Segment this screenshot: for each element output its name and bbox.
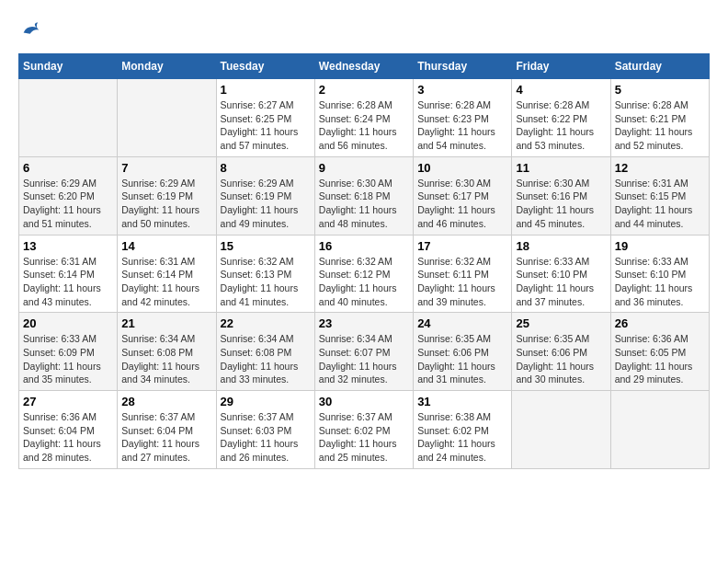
calendar-cell: 23 Sunrise: 6:34 AMSunset: 6:07 PMDaylig… bbox=[314, 313, 413, 391]
cell-info: Sunrise: 6:34 AMSunset: 6:08 PMDaylight:… bbox=[221, 333, 299, 385]
calendar-cell: 15 Sunrise: 6:32 AMSunset: 6:13 PMDaylig… bbox=[216, 235, 314, 313]
day-number: 19 bbox=[615, 239, 705, 253]
day-number: 29 bbox=[221, 395, 311, 408]
calendar-cell: 2 Sunrise: 6:28 AMSunset: 6:24 PMDayligh… bbox=[314, 79, 413, 157]
calendar-cell: 19 Sunrise: 6:33 AMSunset: 6:10 PMDaylig… bbox=[610, 235, 709, 313]
day-number: 18 bbox=[516, 239, 606, 253]
day-number: 5 bbox=[615, 83, 705, 97]
day-number: 23 bbox=[319, 316, 409, 330]
calendar-cell: 1 Sunrise: 6:27 AMSunset: 6:25 PMDayligh… bbox=[216, 79, 314, 157]
weekday-header: Sunday bbox=[19, 54, 118, 79]
cell-info: Sunrise: 6:28 AMSunset: 6:23 PMDaylight:… bbox=[417, 99, 495, 151]
cell-info: Sunrise: 6:33 AMSunset: 6:10 PMDaylight:… bbox=[615, 256, 693, 307]
calendar-cell: 13 Sunrise: 6:31 AMSunset: 6:14 PMDaylig… bbox=[19, 235, 118, 313]
calendar-cell: 24 Sunrise: 6:35 AMSunset: 6:06 PMDaylig… bbox=[414, 313, 512, 391]
calendar-cell: 17 Sunrise: 6:32 AMSunset: 6:11 PMDaylig… bbox=[414, 235, 512, 313]
cell-info: Sunrise: 6:28 AMSunset: 6:24 PMDaylight:… bbox=[319, 99, 397, 151]
calendar-cell: 10 Sunrise: 6:30 AMSunset: 6:17 PMDaylig… bbox=[414, 156, 512, 235]
weekday-row: SundayMondayTuesdayWednesdayThursdayFrid… bbox=[19, 54, 710, 79]
calendar-week-row: 1 Sunrise: 6:27 AMSunset: 6:25 PMDayligh… bbox=[19, 79, 710, 157]
cell-info: Sunrise: 6:28 AMSunset: 6:22 PMDaylight:… bbox=[516, 99, 594, 151]
cell-info: Sunrise: 6:33 AMSunset: 6:09 PMDaylight:… bbox=[23, 333, 101, 385]
cell-info: Sunrise: 6:30 AMSunset: 6:16 PMDaylight:… bbox=[516, 178, 594, 229]
cell-info: Sunrise: 6:37 AMSunset: 6:03 PMDaylight:… bbox=[221, 411, 299, 463]
calendar-header: SundayMondayTuesdayWednesdayThursdayFrid… bbox=[19, 54, 710, 79]
calendar-cell: 21 Sunrise: 6:34 AMSunset: 6:08 PMDaylig… bbox=[118, 313, 216, 391]
day-number: 16 bbox=[319, 239, 409, 253]
cell-info: Sunrise: 6:28 AMSunset: 6:21 PMDaylight:… bbox=[615, 99, 693, 151]
weekday-header: Wednesday bbox=[314, 54, 413, 79]
calendar-cell: 18 Sunrise: 6:33 AMSunset: 6:10 PMDaylig… bbox=[512, 235, 610, 313]
calendar-cell bbox=[19, 79, 118, 157]
calendar-cell: 12 Sunrise: 6:31 AMSunset: 6:15 PMDaylig… bbox=[610, 156, 709, 235]
calendar-cell: 3 Sunrise: 6:28 AMSunset: 6:23 PMDayligh… bbox=[414, 79, 512, 157]
day-number: 25 bbox=[516, 316, 606, 330]
day-number: 4 bbox=[516, 83, 606, 97]
cell-info: Sunrise: 6:32 AMSunset: 6:11 PMDaylight:… bbox=[417, 256, 495, 307]
day-number: 27 bbox=[23, 395, 113, 408]
cell-info: Sunrise: 6:37 AMSunset: 6:04 PMDaylight:… bbox=[121, 411, 199, 463]
calendar-cell: 11 Sunrise: 6:30 AMSunset: 6:16 PMDaylig… bbox=[512, 156, 610, 235]
calendar-cell: 30 Sunrise: 6:37 AMSunset: 6:02 PMDaylig… bbox=[314, 391, 413, 469]
calendar-cell: 4 Sunrise: 6:28 AMSunset: 6:22 PMDayligh… bbox=[512, 79, 610, 157]
cell-info: Sunrise: 6:32 AMSunset: 6:13 PMDaylight:… bbox=[221, 256, 299, 307]
weekday-header: Thursday bbox=[414, 54, 512, 79]
cell-info: Sunrise: 6:38 AMSunset: 6:02 PMDaylight:… bbox=[417, 411, 495, 463]
day-number: 11 bbox=[516, 161, 606, 175]
day-number: 13 bbox=[23, 239, 113, 253]
calendar-cell: 22 Sunrise: 6:34 AMSunset: 6:08 PMDaylig… bbox=[216, 313, 314, 391]
calendar-cell: 28 Sunrise: 6:37 AMSunset: 6:04 PMDaylig… bbox=[118, 391, 216, 469]
day-number: 7 bbox=[121, 161, 211, 175]
calendar-week-row: 13 Sunrise: 6:31 AMSunset: 6:14 PMDaylig… bbox=[19, 235, 710, 313]
calendar-cell: 31 Sunrise: 6:38 AMSunset: 6:02 PMDaylig… bbox=[414, 391, 512, 469]
day-number: 14 bbox=[121, 239, 211, 253]
cell-info: Sunrise: 6:30 AMSunset: 6:18 PMDaylight:… bbox=[319, 178, 397, 229]
calendar-cell: 16 Sunrise: 6:32 AMSunset: 6:12 PMDaylig… bbox=[314, 235, 413, 313]
calendar-cell: 6 Sunrise: 6:29 AMSunset: 6:20 PMDayligh… bbox=[19, 156, 118, 235]
day-number: 8 bbox=[221, 161, 311, 175]
day-number: 1 bbox=[221, 83, 311, 97]
calendar-cell: 7 Sunrise: 6:29 AMSunset: 6:19 PMDayligh… bbox=[118, 156, 216, 235]
cell-info: Sunrise: 6:37 AMSunset: 6:02 PMDaylight:… bbox=[319, 411, 397, 463]
calendar-cell: 26 Sunrise: 6:36 AMSunset: 6:05 PMDaylig… bbox=[610, 313, 709, 391]
calendar-cell: 20 Sunrise: 6:33 AMSunset: 6:09 PMDaylig… bbox=[19, 313, 118, 391]
calendar-cell: 9 Sunrise: 6:30 AMSunset: 6:18 PMDayligh… bbox=[314, 156, 413, 235]
day-number: 15 bbox=[221, 239, 311, 253]
day-number: 17 bbox=[417, 239, 507, 253]
calendar-table: SundayMondayTuesdayWednesdayThursdayFrid… bbox=[18, 53, 710, 469]
day-number: 21 bbox=[121, 316, 211, 330]
cell-info: Sunrise: 6:31 AMSunset: 6:14 PMDaylight:… bbox=[121, 256, 199, 307]
day-number: 3 bbox=[417, 83, 507, 97]
day-number: 10 bbox=[417, 161, 507, 175]
cell-info: Sunrise: 6:33 AMSunset: 6:10 PMDaylight:… bbox=[516, 256, 594, 307]
calendar-cell bbox=[610, 391, 709, 469]
cell-info: Sunrise: 6:31 AMSunset: 6:15 PMDaylight:… bbox=[615, 178, 693, 229]
cell-info: Sunrise: 6:36 AMSunset: 6:04 PMDaylight:… bbox=[23, 411, 101, 463]
day-number: 9 bbox=[319, 161, 409, 175]
cell-info: Sunrise: 6:29 AMSunset: 6:19 PMDaylight:… bbox=[221, 178, 299, 229]
calendar-body: 1 Sunrise: 6:27 AMSunset: 6:25 PMDayligh… bbox=[19, 79, 710, 469]
cell-info: Sunrise: 6:29 AMSunset: 6:19 PMDaylight:… bbox=[121, 178, 199, 229]
weekday-header: Tuesday bbox=[216, 54, 314, 79]
cell-info: Sunrise: 6:32 AMSunset: 6:12 PMDaylight:… bbox=[319, 256, 397, 307]
calendar-week-row: 6 Sunrise: 6:29 AMSunset: 6:20 PMDayligh… bbox=[19, 156, 710, 235]
cell-info: Sunrise: 6:27 AMSunset: 6:25 PMDaylight:… bbox=[221, 99, 299, 151]
day-number: 24 bbox=[417, 316, 507, 330]
calendar-cell: 5 Sunrise: 6:28 AMSunset: 6:21 PMDayligh… bbox=[610, 79, 709, 157]
page-header bbox=[18, 18, 710, 44]
calendar-cell: 27 Sunrise: 6:36 AMSunset: 6:04 PMDaylig… bbox=[19, 391, 118, 469]
calendar-cell: 14 Sunrise: 6:31 AMSunset: 6:14 PMDaylig… bbox=[118, 235, 216, 313]
cell-info: Sunrise: 6:29 AMSunset: 6:20 PMDaylight:… bbox=[23, 178, 101, 229]
cell-info: Sunrise: 6:35 AMSunset: 6:06 PMDaylight:… bbox=[516, 333, 594, 385]
calendar-cell: 8 Sunrise: 6:29 AMSunset: 6:19 PMDayligh… bbox=[216, 156, 314, 235]
calendar-cell bbox=[512, 391, 610, 469]
day-number: 22 bbox=[221, 316, 311, 330]
weekday-header: Monday bbox=[118, 54, 216, 79]
day-number: 20 bbox=[23, 316, 113, 330]
calendar-cell: 29 Sunrise: 6:37 AMSunset: 6:03 PMDaylig… bbox=[216, 391, 314, 469]
cell-info: Sunrise: 6:35 AMSunset: 6:06 PMDaylight:… bbox=[417, 333, 495, 385]
weekday-header: Friday bbox=[512, 54, 610, 79]
day-number: 12 bbox=[615, 161, 705, 175]
day-number: 6 bbox=[23, 161, 113, 175]
calendar-cell bbox=[118, 79, 216, 157]
